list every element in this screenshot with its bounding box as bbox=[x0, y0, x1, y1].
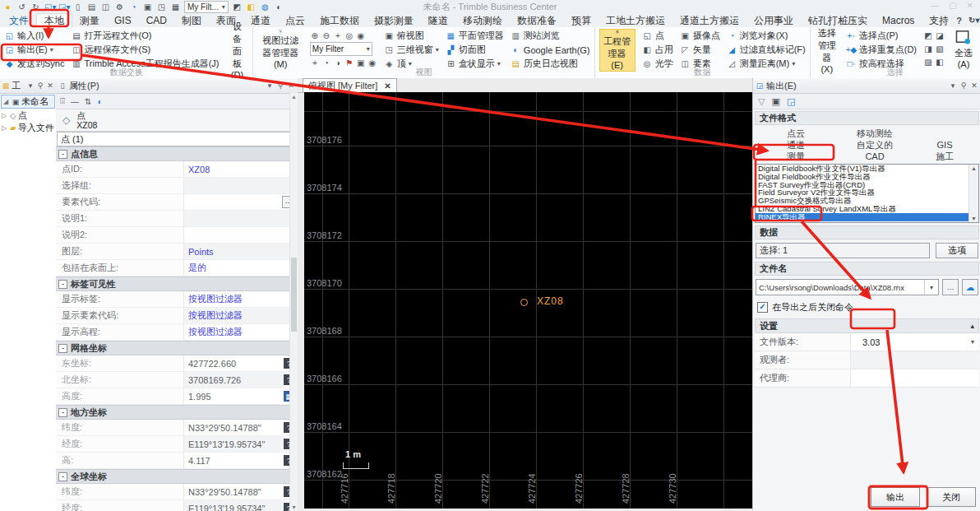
report-icon[interactable]: ◐ bbox=[274, 2, 284, 12]
zoom-window-icon[interactable]: ◎ bbox=[344, 31, 354, 40]
zoom-in-icon[interactable]: ⊕ bbox=[310, 31, 320, 40]
setting-row-observer[interactable]: 观测者: bbox=[755, 351, 979, 369]
minimize-icon[interactable]: — bbox=[931, 1, 939, 10]
points-button[interactable]: ◱点 bbox=[642, 29, 673, 43]
scroll-down-icon[interactable]: ▼ bbox=[969, 216, 978, 221]
look-icon[interactable]: ◑ bbox=[333, 58, 343, 67]
select-group-icon[interactable]: ◪ bbox=[935, 31, 945, 40]
tree-node-project[interactable]: ◢ ▣ 未命名 bbox=[1, 95, 55, 109]
tab-pointcloud[interactable]: 点云 bbox=[278, 13, 312, 27]
chevron-down-icon[interactable]: ▾ bbox=[266, 81, 274, 90]
category-mobile-mapping[interactable]: 移动测绘 bbox=[837, 128, 913, 139]
prop-row-show-feature-code[interactable]: 显示要素代码:按视图过滤器 bbox=[56, 308, 298, 324]
zoom-extents-icon[interactable]: ▣ bbox=[142, 2, 153, 12]
device-pane-button[interactable]: 设备面板(D) bbox=[225, 29, 248, 70]
select-lasso-icon[interactable]: ▨ bbox=[923, 58, 933, 67]
redo-icon[interactable]: ↻ bbox=[30, 2, 41, 12]
collapse-icon[interactable]: ▴ bbox=[970, 322, 974, 330]
tab-mobile-mapping[interactable]: 移动测绘 bbox=[455, 13, 510, 27]
prop-row-description1[interactable]: 说明1: bbox=[56, 211, 298, 227]
flag-icon[interactable]: ⚑ bbox=[344, 58, 354, 67]
open-icon[interactable]: ▤ bbox=[86, 2, 97, 12]
options-button[interactable]: 选项 bbox=[936, 243, 978, 258]
chevron-down-icon[interactable]: ▾ bbox=[26, 81, 35, 90]
category-survey[interactable]: 测量 bbox=[755, 151, 837, 162]
undo-icon[interactable]: ↺ bbox=[16, 2, 27, 12]
import-icon[interactable]: ◱▾ bbox=[44, 2, 55, 12]
sort-icon[interactable]: ⇅ bbox=[85, 97, 91, 106]
tab-utilities[interactable]: 公用事业 bbox=[747, 13, 801, 27]
view-filter-combo[interactable]: My Filter▾ bbox=[310, 42, 372, 56]
section-local-coordinates[interactable]: -地方坐标 bbox=[56, 405, 298, 420]
observer-field[interactable] bbox=[850, 351, 979, 369]
zoom-out-icon[interactable]: ⊖ bbox=[321, 31, 331, 40]
category-point-cloud[interactable]: 点云 bbox=[755, 128, 837, 139]
category-gis[interactable]: GIS bbox=[913, 139, 977, 151]
close-button[interactable]: 关闭 bbox=[927, 487, 976, 507]
tree-node-points[interactable]: ▷ ◇ 点 bbox=[0, 109, 56, 122]
open-remote-file-button[interactable]: ▤打开远程文件(O) bbox=[71, 29, 219, 43]
prop-row-include-in-surface[interactable]: 包括在表面上:是的 bbox=[56, 260, 298, 276]
plan-view-tab[interactable]: 俯视图 [My Filter] ✕ bbox=[303, 78, 397, 92]
close-icon[interactable]: ✕ bbox=[287, 81, 295, 90]
image-icon[interactable]: ▣ bbox=[771, 96, 779, 107]
prop-row-elevation[interactable]: 高度:1.995▦ bbox=[56, 388, 298, 405]
tab-cad[interactable]: CAD bbox=[139, 13, 174, 27]
prop-row-easting[interactable]: 东坐标:427722.660? bbox=[56, 355, 298, 372]
pin-icon[interactable]: ⚲ bbox=[276, 81, 284, 90]
close-after-export-row[interactable]: ✓ 在导出之后关闭命令 bbox=[756, 301, 978, 314]
plan-view-button[interactable]: ▣俯视图 bbox=[384, 29, 439, 43]
tab-file[interactable]: 文件 bbox=[2, 13, 36, 27]
expander-icon[interactable]: ▷ bbox=[2, 124, 8, 132]
tab-photogrammetry[interactable]: 摄影测量 bbox=[367, 13, 421, 27]
expander-icon[interactable]: ◢ bbox=[3, 98, 10, 105]
tab-support[interactable]: 支持 bbox=[922, 13, 956, 27]
settings-icon[interactable]: ⚙ bbox=[114, 2, 125, 12]
section-label-visibility[interactable]: -标签可见性 bbox=[56, 276, 298, 291]
tab-estimate[interactable]: 预算 bbox=[564, 13, 599, 27]
collapse-icon[interactable]: — bbox=[71, 97, 79, 106]
restore-icon[interactable]: ▢ bbox=[949, 1, 956, 10]
image-icon[interactable]: ▦ bbox=[170, 2, 181, 12]
tab-macros[interactable]: Macros bbox=[875, 13, 922, 27]
filter-tool-icon[interactable]: ◩ bbox=[232, 2, 243, 12]
tab-survey[interactable]: 测量 bbox=[72, 13, 107, 27]
google-earth-button[interactable]: ◐Google Earth(G) bbox=[511, 43, 590, 57]
save-remote-file-button[interactable]: ◫远程保存文件(S) bbox=[71, 43, 219, 57]
prop-row-global-longitude[interactable]: 经度:E119°13'19.95734"? bbox=[56, 500, 298, 511]
checkbox-checked-icon[interactable]: ✓ bbox=[757, 302, 768, 313]
chevron-down-icon[interactable]: ▾ bbox=[949, 81, 957, 90]
browse-objects-button[interactable]: ◔浏览对象(X) bbox=[727, 29, 806, 43]
select-box-icon[interactable]: ◨ bbox=[923, 44, 933, 53]
tab-drilling[interactable]: 钻孔打桩压实 bbox=[801, 13, 875, 27]
station-view-button[interactable]: ▥测站浏览 bbox=[511, 29, 590, 43]
settings-section-header[interactable]: 设置 ▴ bbox=[755, 318, 979, 333]
pin-icon[interactable]: ⚲ bbox=[36, 81, 44, 90]
section-point-info[interactable]: -点信息 bbox=[56, 146, 298, 161]
pan-icon[interactable]: + bbox=[333, 31, 343, 40]
quick-filter-combo[interactable]: My Filt... ▾ bbox=[184, 1, 229, 13]
filter-icon[interactable]: ▽ bbox=[758, 96, 765, 107]
sync-icon[interactable]: ◔ bbox=[128, 2, 139, 12]
select-duplicate-points-button[interactable]: +◆选择重复点(D) bbox=[846, 43, 917, 57]
view-filter-manager-button[interactable]: 视图过滤器管理器(M) bbox=[257, 29, 303, 70]
prop-row-feature-code[interactable]: 要素代码:… bbox=[56, 194, 298, 211]
cloud-upload-button[interactable]: ☁ bbox=[962, 279, 978, 295]
chevron-down-icon[interactable]: ▾ bbox=[924, 280, 938, 295]
sync-status-icon[interactable]: ↻▾ bbox=[968, 15, 979, 26]
import-button[interactable]: ◱输入(I)▾ bbox=[4, 29, 64, 43]
scroll-down-icon[interactable]: ▼ bbox=[290, 504, 298, 510]
section-global-coordinates[interactable]: -全球坐标 bbox=[56, 469, 298, 484]
tab-tunnel[interactable]: 隧道 bbox=[421, 13, 455, 27]
pin-icon[interactable]: ⚲ bbox=[959, 81, 968, 90]
expander-icon[interactable]: ▷ bbox=[2, 112, 8, 119]
camera-points-button[interactable]: ▣摄像点 bbox=[680, 29, 720, 43]
window-controls[interactable]: — ▢ ✕ bbox=[931, 1, 973, 10]
select-points-button[interactable]: +◦选择点(P) bbox=[846, 29, 917, 43]
tree-node-imported-files[interactable]: ▷ ▰ 导入文件 bbox=[0, 122, 56, 134]
chevron-down-icon[interactable]: ▾ bbox=[966, 338, 979, 346]
tab-data-prep[interactable]: 数据准备 bbox=[510, 13, 564, 27]
prop-row-show-elevation[interactable]: 显示高程:按视图过滤器 bbox=[56, 324, 298, 341]
filter-line-marking-button[interactable]: ◢过滤直线标记(F) bbox=[727, 43, 806, 57]
setting-row-file-version[interactable]: 文件版本: 3.03 ▾ bbox=[755, 333, 979, 351]
